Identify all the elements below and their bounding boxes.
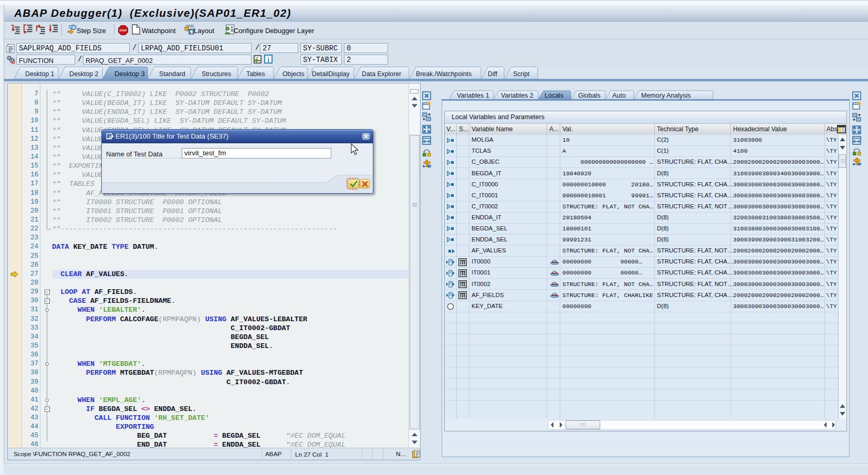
svg-text:Desktop 2: Desktop 2 xyxy=(69,70,99,78)
svg-text:Auto: Auto xyxy=(612,92,626,99)
svg-text:Diff: Diff xyxy=(488,70,498,78)
svg-text:Desktop 3: Desktop 3 xyxy=(114,70,145,78)
svg-text:Desktop 1: Desktop 1 xyxy=(25,70,55,78)
svg-text:DetailDisplay: DetailDisplay xyxy=(312,70,350,78)
svg-text:Standard: Standard xyxy=(159,70,185,78)
svg-text:Memory Analysis: Memory Analysis xyxy=(641,92,691,99)
svg-text:Objects: Objects xyxy=(283,70,305,78)
svg-text:o: o xyxy=(13,61,14,64)
svg-text:Locals: Locals xyxy=(545,92,563,99)
svg-text:Variables 2: Variables 2 xyxy=(501,92,534,99)
svg-text:Variables 1: Variables 1 xyxy=(457,92,489,99)
svg-text:Globals: Globals xyxy=(578,92,600,99)
svg-text:Break./Watchpoints: Break./Watchpoints xyxy=(416,70,472,78)
svg-text:Data Explorer: Data Explorer xyxy=(362,70,401,78)
svg-text:Structures: Structures xyxy=(202,70,231,78)
svg-text:Tables: Tables xyxy=(246,70,265,78)
svg-text:Script: Script xyxy=(513,70,530,78)
svg-text:STOP: STOP xyxy=(119,29,127,32)
svg-text:i: i xyxy=(267,56,269,64)
